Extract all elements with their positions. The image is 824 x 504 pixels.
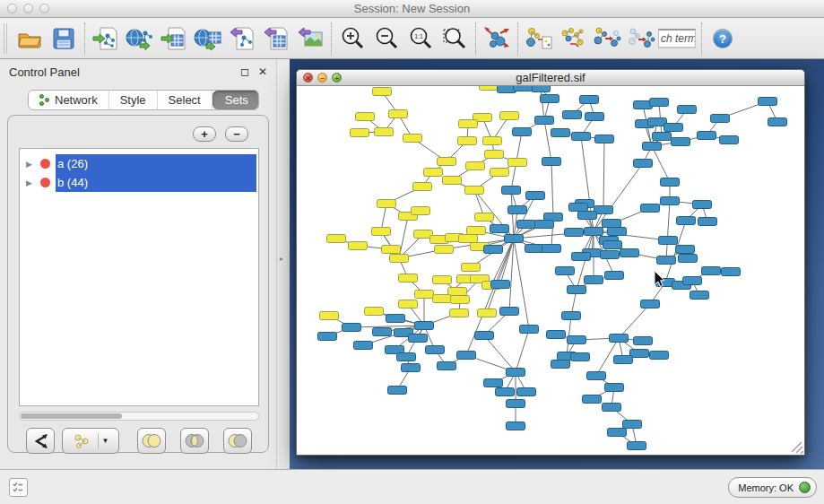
- graph-node: [462, 264, 481, 272]
- apply-layout-button[interactable]: [480, 22, 514, 56]
- zoom-in-button[interactable]: [335, 22, 369, 56]
- new-network-from-selection-icon: [525, 24, 553, 53]
- graph-node: [563, 111, 582, 119]
- graph-node: [677, 217, 696, 225]
- network-window-titlebar[interactable]: ✕ − + galFiltered.sif: [297, 70, 804, 86]
- search-input[interactable]: ch terms: [658, 29, 696, 48]
- graph-node: [585, 228, 603, 236]
- create-set-menu-button[interactable]: ▼: [62, 428, 119, 454]
- graph-node: [768, 118, 787, 126]
- graph-node: [508, 159, 527, 167]
- graph-node: [389, 110, 408, 118]
- set-union-button[interactable]: [137, 428, 166, 454]
- expander-icon[interactable]: ▶: [26, 178, 35, 187]
- graph-node: [351, 129, 369, 137]
- expander-icon[interactable]: ▶: [26, 160, 35, 169]
- network-graph[interactable]: [297, 86, 804, 455]
- new-network-from-selection-button[interactable]: [522, 22, 556, 56]
- graph-node: [377, 200, 396, 208]
- panel-splitter[interactable]: ▸: [276, 59, 290, 469]
- graph-node: [572, 253, 591, 261]
- splitter-collapse-icon[interactable]: ▸: [280, 255, 283, 263]
- split-set-button[interactable]: [26, 428, 55, 454]
- zoom-fit-button[interactable]: 1:1: [403, 22, 438, 56]
- tab-style[interactable]: Style: [109, 91, 158, 109]
- import-network-file-button[interactable]: [89, 22, 123, 56]
- graph-node: [722, 268, 741, 276]
- graph-node: [475, 213, 494, 222]
- graph-node: [664, 124, 683, 132]
- graph-node: [415, 322, 434, 330]
- graph-node: [375, 128, 394, 136]
- memory-status-button[interactable]: Memory: OK: [728, 477, 817, 498]
- open-session-button[interactable]: [13, 22, 47, 56]
- scrollbar-thumb[interactable]: [21, 413, 122, 419]
- close-panel-icon[interactable]: ✕: [258, 66, 267, 77]
- hide-selected-button[interactable]: [590, 22, 624, 56]
- graph-node: [478, 309, 497, 317]
- set-difference-button[interactable]: [223, 428, 252, 454]
- zoom-selected-button[interactable]: [438, 22, 472, 56]
- toolbar-drag-handle[interactable]: [4, 23, 7, 54]
- graph-node: [532, 86, 551, 92]
- graph-node: [388, 387, 407, 395]
- save-session-button[interactable]: [47, 22, 81, 56]
- graph-node: [372, 228, 391, 236]
- control-panel-title: Control Panel: [9, 65, 80, 79]
- graph-node: [356, 113, 375, 121]
- tab-network[interactable]: Network: [29, 91, 109, 109]
- set-intersection-button[interactable]: [180, 428, 209, 454]
- sets-list[interactable]: ▶ a (26) ▶ b (44): [19, 148, 259, 406]
- tab-select[interactable]: Select: [158, 91, 213, 109]
- control-panel-tabbar: Network Style Select Sets: [28, 90, 259, 110]
- graph-node: [702, 267, 721, 275]
- tab-sets[interactable]: Sets: [213, 91, 259, 109]
- graph-node: [711, 115, 730, 123]
- graph-node: [676, 246, 695, 254]
- graph-node: [578, 212, 597, 220]
- add-set-button[interactable]: +: [193, 126, 216, 142]
- graph-node: [659, 237, 678, 245]
- remove-set-button[interactable]: −: [225, 126, 248, 142]
- select-first-neighbors-button[interactable]: [556, 22, 590, 56]
- graph-node: [628, 442, 646, 450]
- task-history-button[interactable]: [9, 478, 28, 497]
- zoom-in-icon: [339, 25, 366, 52]
- export-image-button[interactable]: [293, 22, 327, 56]
- graph-node: [542, 158, 561, 166]
- network-window[interactable]: ✕ − + galFiltered.sif: [296, 69, 805, 456]
- graph-node: [634, 160, 653, 168]
- import-table-file-button[interactable]: [157, 22, 191, 56]
- graph-node: [605, 384, 624, 392]
- graph-node: [475, 332, 494, 340]
- show-all-button[interactable]: [624, 22, 658, 56]
- set-list-item[interactable]: ▶ a (26): [20, 154, 258, 173]
- graph-node: [620, 249, 639, 257]
- tab-network-label: Network: [55, 93, 98, 107]
- set-color-dot-icon: [40, 178, 50, 187]
- graph-node: [614, 356, 633, 364]
- graph-node: [320, 312, 339, 320]
- graph-node: [457, 352, 476, 360]
- network-canvas[interactable]: [297, 86, 804, 455]
- help-button[interactable]: ?: [713, 29, 733, 48]
- dropdown-caret-icon[interactable]: ▼: [102, 437, 109, 445]
- set-list-item[interactable]: ▶ b (44): [20, 173, 258, 192]
- graph-node: [643, 143, 662, 151]
- import-network-web-button[interactable]: [123, 22, 157, 56]
- graph-node: [409, 335, 428, 343]
- export-network-button[interactable]: [225, 22, 259, 56]
- export-table-button[interactable]: [259, 22, 293, 56]
- window-title: Session: New Session: [0, 2, 824, 15]
- float-panel-icon[interactable]: ◻: [240, 66, 249, 77]
- graph-node: [467, 227, 486, 235]
- graph-node: [547, 331, 566, 339]
- graph-node: [641, 300, 660, 308]
- graph-node: [443, 177, 462, 185]
- zoom-out-button[interactable]: [369, 22, 403, 56]
- graph-node: [693, 201, 712, 209]
- import-table-web-button[interactable]: [191, 22, 225, 56]
- graph-node: [490, 225, 509, 233]
- show-all-icon: [627, 24, 655, 53]
- horizontal-scrollbar[interactable]: [19, 412, 259, 421]
